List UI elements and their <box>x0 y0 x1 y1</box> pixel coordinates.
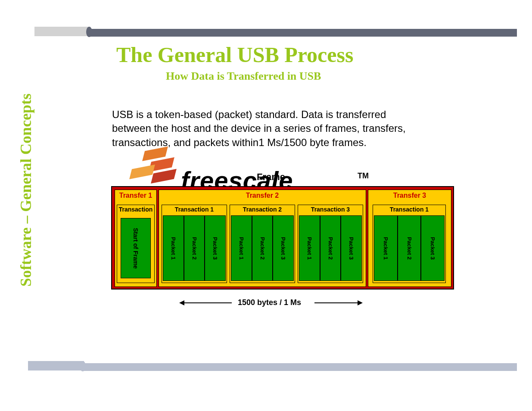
freescale-logo-icon <box>127 149 179 187</box>
decorative-bar <box>90 29 517 37</box>
packet: Packet 3 <box>341 215 362 281</box>
transaction-label: Transaction 3 <box>298 205 363 215</box>
trademark-symbol: TM <box>358 171 369 181</box>
frame-label: Frame <box>257 171 285 183</box>
transaction-label: Transaction <box>117 205 154 215</box>
transaction-label: Transaction 1 <box>162 205 227 215</box>
page-subtitle: How Data is Transferred in USB <box>166 70 321 83</box>
span-arrow-left-icon <box>180 302 232 303</box>
transfer-box: Transfer 2 Transaction 1 Packet 1 Packet… <box>159 190 366 287</box>
decorative-bar <box>28 361 84 371</box>
transaction-label: Transaction 2 <box>230 205 295 215</box>
decorative-bar <box>34 27 90 36</box>
transfer-box: Transfer 3 Transaction 1 Packet 1 Packet… <box>368 190 451 287</box>
packet: Packet 2 <box>320 215 341 281</box>
body-paragraph: USB is a token-based (packet) standard. … <box>112 108 422 149</box>
transfer-label: Transfer 1 <box>115 190 156 203</box>
packet: Packet 2 <box>184 215 205 281</box>
transaction-box: Transaction 1 Packet 1 Packet 2 Packet 3 <box>373 205 446 283</box>
transaction-label: Transaction 1 <box>373 205 445 215</box>
packet: Packet 1 <box>299 215 320 281</box>
transfer-label: Transfer 2 <box>159 190 366 203</box>
frame-span-label: 1500 bytes / 1 Ms <box>238 298 301 307</box>
packet: Packet 2 <box>252 215 273 281</box>
decorative-bar <box>84 363 517 371</box>
packet: Packet 1 <box>163 215 184 281</box>
transaction-box: Transaction Start of Frame <box>117 205 155 283</box>
packet: Packet 1 <box>231 215 252 281</box>
page-title: The General USB Process <box>116 42 353 67</box>
packet: Packet 3 <box>205 215 226 281</box>
packet: Packet 3 <box>273 215 294 281</box>
transaction-box: Transaction 1 Packet 1 Packet 2 Packet 3 <box>162 205 227 283</box>
packet: Packet 3 <box>421 215 445 281</box>
frame-box: Transfer 1 Transaction Start of Frame Tr… <box>111 186 454 290</box>
transaction-box: Transaction 3 Packet 1 Packet 2 Packet 3 <box>298 205 363 283</box>
span-arrow-right-icon <box>314 302 362 303</box>
packet: Packet 1 <box>374 215 398 281</box>
sidebar-section-label: Software – General Concepts <box>17 54 35 326</box>
packet: Packet 2 <box>398 215 421 281</box>
transaction-box: Transaction 2 Packet 1 Packet 2 Packet 3 <box>230 205 295 283</box>
start-of-frame-packet: Start of Frame <box>121 218 151 278</box>
transfer-label: Transfer 3 <box>368 190 451 203</box>
transfer-box: Transfer 1 Transaction Start of Frame <box>115 190 157 287</box>
